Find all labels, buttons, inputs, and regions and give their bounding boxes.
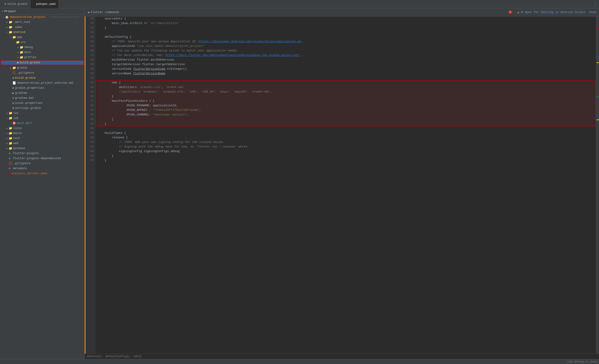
line-number: 65 [85,135,94,140]
code-line: versionCode flutterVersionCode.toInteger… [97,67,596,71]
sidebar-item-android[interactable]: ▾ 📁 android [0,30,84,35]
flutter-commands-bar: ◀ Flutter commands 🔴 1 ▲ ▼ Open for Edit… [85,8,599,17]
error-count: 1 [514,11,515,14]
line-number: 69 [85,154,94,158]
breadcrumb-android: android{} [87,355,102,358]
line-number: 44 [85,39,94,44]
arrow-icon: ▶ [6,132,9,135]
pubspec-yaml-tab-icon: ✕ [33,2,35,6]
arrow-icon: ▶ [6,127,9,130]
right-gutter [596,17,599,354]
code-line: main.java.srcDirs += 'src/main/kotlin' [97,21,596,26]
tab-bar: ⚙ build.gradle ✕ pubspec.yaml ⋮ [0,0,599,8]
linux-icon: 📁 [9,126,12,130]
sidebar-item-root[interactable]: ▾ 🏠 demonstration_project ~/AndroidStudi… [0,15,84,20]
sidebar-item-dart-tool[interactable]: ▶ 📁 .dart_tool [0,20,84,25]
sidebar-item-gradle-properties[interactable]: ⚙ gradle.properties [0,86,84,91]
code-token: 'src/main/kotlin' [149,21,180,26]
breadcrumb-bar: android{} › defaultConfig{} › ndk{} [85,354,599,359]
code-token: sourceSets { [97,17,126,21]
sidebar-item-metadata[interactable]: ≡ .metadata [0,166,84,171]
tab-more-button[interactable]: ⋮ [593,2,597,6]
settings-gradle-icon: ⚙ [12,106,14,110]
code-line: minSdkVersion flutter.minSdkVersion [97,58,596,62]
code-token: } [97,26,106,30]
code-token: // Signing with the debug keys for now, … [119,145,249,149]
sidebar-item-local-properties[interactable]: ⚙ local.properties [0,101,84,106]
code-line: } [97,158,596,163]
line-number: 46 [85,48,94,53]
sidebar-item-lib[interactable]: ▾ 📁 lib [0,116,84,121]
sidebar-item-windows[interactable]: ▶ 📁 windows [0,146,84,151]
sidebar-item-analysis-options[interactable]: ▶ analysis_options.yaml [0,171,84,176]
error-down-icon[interactable]: ▼ [521,10,523,14]
gitignore-root-label: .gitignore [13,162,84,165]
sidebar-item-debug[interactable]: ▶ 📁 debug [0,45,84,50]
line-number: 49 [85,62,94,67]
hide-button[interactable]: Hide [589,10,596,14]
code-line: targetSdkVersion flutter.targetSdkVersio… [97,62,596,67]
code-line: } [97,154,596,158]
code-token: JPUSH_APPKEY : [97,108,153,113]
arrow-icon [6,172,9,175]
line-number: 61 [85,117,94,122]
line-number: 47 [85,53,94,58]
code-token: applicationId [97,44,137,48]
line-number: 52 [85,76,94,80]
gitignore-label: .gitignore [17,71,84,75]
analysis-options-label: analysis_options.yaml [11,172,84,175]
code-token: JPUSH_CHANNEL: [97,113,153,117]
sidebar-item-gradlew-bat[interactable]: ≡ gradlew.bat [0,95,84,101]
build-gradle-icon: ⚙ [17,61,19,64]
sidebar-item-build-gradle-android[interactable]: ⚙ build.gradle [0,76,84,80]
props-icon: ⚙ [12,86,14,90]
code-line: // Signing with the debug keys for now, … [97,145,596,149]
sidebar-item-main-dart[interactable]: 🎯 main.dart [0,121,84,126]
sidebar-item-demo-iml[interactable]: 📄 demonstration_project_android.iml [0,80,84,86]
sidebar-item-linux[interactable]: ▶ 📁 linux [0,126,84,131]
code-line: applicationId "com.test.demon.demonstrat… [97,44,596,48]
line-number: 45 [85,44,94,48]
arrow-icon [9,82,12,84]
tab-build-gradle-label: build.gradle [8,2,27,6]
sidebar-item-build-gradle[interactable]: ⚙ build.gradle [0,60,84,65]
arrow-icon: ▶ [6,112,9,114]
sidebar-item-macos[interactable]: ▶ 📁 macos [0,131,84,136]
code-content[interactable]: sourceSets { main.java.srcDirs += 'src/m… [96,17,596,354]
sidebar-item-flutter-plugins-dep[interactable]: ≡ .flutter-plugins-dependencies [0,156,84,161]
code-line: sourceSets { [97,17,596,21]
arrow-icon: ▶ [6,142,9,145]
sidebar-item-gradle[interactable]: ▶ 📁 gradle [0,65,84,70]
code-token: https://docs.flutter.dev/deployment/andr… [165,53,299,58]
sidebar-item-flutter-plugins[interactable]: ≡ .flutter-plugins [0,151,84,156]
sidebar-item-src[interactable]: ▾ 📁 src [0,40,84,45]
code-token: "com.test.demon.demonstration_project" [137,44,204,48]
sidebar-item-idea[interactable]: ▶ 📁 .idea [0,25,84,30]
sidebar-item-gradlew[interactable]: ▶ gradlew [0,91,84,95]
editor-area: ◀ Flutter commands 🔴 1 ▲ ▼ Open for Edit… [85,8,599,359]
arrow-icon [9,87,12,89]
arrow-icon: ▶ [9,67,12,69]
sidebar-item-profile[interactable]: ▶ 📁 profile [0,55,84,60]
root-sublabel: ~/AndroidStudioProje... [49,16,84,18]
code-line: signingConfig signingConfigs.debug [97,149,596,154]
error-up-icon[interactable]: ▲ [517,10,519,14]
ios-icon: 📁 [9,111,12,115]
tab-pubspec-yaml[interactable]: ✕ pubspec.yaml [30,0,59,8]
sidebar-item-gitignore[interactable]: 🚫 .gitignore [0,70,84,76]
sidebar-item-ios[interactable]: ▶ 📁 ios [0,111,84,116]
open-android-studio-button[interactable]: Open for Editing in Android Studio [525,10,585,14]
breadcrumb-sep-2: › [131,355,132,358]
sidebar-item-test[interactable]: ▶ 📁 test [0,136,84,141]
main-layout: ▾ Project ▾ 🏠 demonstration_project ~/An… [0,8,599,359]
sidebar-item-web[interactable]: ▶ 📁 web [0,141,84,146]
code-line: //abiFilters 'armeabi', 'armeabi-v7a', '… [97,90,596,94]
tab-build-gradle[interactable]: ⚙ build.gradle [2,0,30,8]
sidebar-item-gitignore-root[interactable]: 🚫 .gitignore [0,161,84,166]
sidebar-item-settings-gradle[interactable]: ⚙ settings.gradle [0,106,84,111]
status-label: CSDN @sheng_er_sheng [567,360,597,363]
build-gradle-android-label: build.gradle [15,76,84,79]
sidebar-item-main-folder[interactable]: ▶ 📁 main [0,50,84,55]
sidebar-item-app[interactable]: ▾ 📁 app [0,35,84,40]
macos-label: macos [13,132,84,135]
